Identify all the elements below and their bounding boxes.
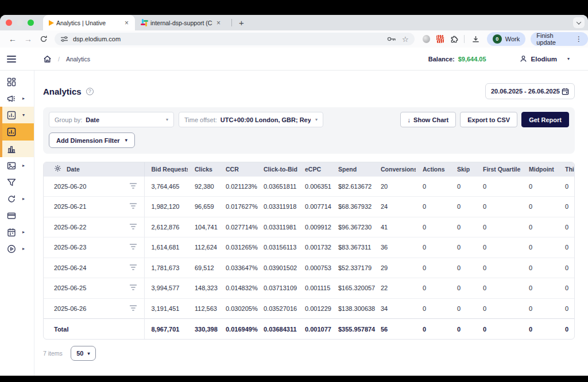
cell-conversions: 22 [374,278,416,299]
tab-analytics[interactable]: Analytics | Unative × [43,15,135,30]
chevron-down-icon: ▾ [125,138,127,143]
address-bar[interactable]: dsp.elodium.com ☆ [55,33,415,45]
app-header: / Analytics Balance: $9,644.05 Elodium ▾ [0,48,588,71]
export-csv-button[interactable]: Export to CSV [460,112,517,127]
home-icon[interactable] [43,55,52,63]
fullscreen-window-button[interactable] [28,20,34,26]
sidebar-item-video[interactable]: ▸ [0,240,34,257]
date-range-picker[interactable]: 20.06.2025 - 26.06.2025 [485,83,575,99]
column-header-ecpc[interactable]: eCPC [298,162,331,176]
sidebar-item-report[interactable] [2,123,34,141]
finish-update-button[interactable]: Finish update ⋮ [531,32,588,46]
new-tab-button[interactable]: + [237,18,246,28]
extension-icon[interactable] [423,35,430,43]
cell-skip: 0 [450,298,476,319]
date-cell: 2025-06-24 [44,258,144,278]
tab-slack[interactable]: internal-dsp-support (Chann × [135,15,227,30]
cell-actions: 0 [416,319,450,340]
balance-value: $9,644.05 [458,56,486,63]
cell-first-quartile: 0 [476,197,522,217]
window-controls[interactable] [6,20,34,26]
row-filter-icon[interactable] [129,305,137,313]
sidebar-item-bar-chart[interactable] [2,141,34,157]
extension-icon[interactable] [436,35,444,43]
downloads-icon[interactable] [471,35,480,44]
cell-spend: $68.367932 [331,197,374,217]
cell-skip: 0 [450,278,476,299]
close-window-button[interactable] [6,20,12,26]
date-cell: 2025-06-26 [44,298,144,319]
total-label-cell: Total [44,319,144,340]
page-size-select[interactable]: 50 ▾ [71,346,96,361]
column-header-date[interactable]: Date [44,162,144,176]
sidebar-item-funnel[interactable] [0,174,34,190]
sidebar-item-analytics[interactable]: ▾ [2,107,34,123]
cell-midpoint: 0 [522,278,558,299]
tab-overview-button[interactable] [573,17,585,28]
column-header-click-to-bid[interactable]: Click-to-Bid [257,162,298,176]
column-header-clicks[interactable]: Clicks [188,162,219,176]
bar-chart-icon [7,145,16,154]
cell-spend: $52.337179 [331,258,374,278]
help-icon[interactable]: ? [86,88,94,95]
row-filter-icon[interactable] [129,243,137,251]
column-header-midpoint[interactable]: Midpoint [522,162,558,176]
row-filter-icon[interactable] [129,182,137,190]
back-button[interactable]: ← [9,35,17,43]
column-header-third-quartile[interactable]: Third Quartile [558,162,575,176]
cell-conversions: 20 [374,176,416,197]
row-filter-icon[interactable] [129,223,137,231]
hamburger-menu-icon[interactable] [7,54,16,64]
reload-button[interactable] [40,35,48,43]
date-cell: 2025-06-23 [44,237,144,258]
url-text[interactable]: dsp.elodium.com [73,36,387,42]
chevron-right-icon: ▸ [22,196,25,201]
sidebar-item-creatives[interactable]: ▸ [0,157,34,174]
column-header-skip[interactable]: Skip [450,162,476,176]
column-header-conversions[interactable]: Conversions [374,162,416,176]
time-offset-dropdown[interactable]: Time offset: UTC+00:00 London, GBR; Reyk… [179,112,323,127]
column-header-spend[interactable]: Spend [331,162,374,176]
cell-third-quartile: 0 [558,217,575,237]
forward-button[interactable]: → [24,35,32,43]
bookmark-star-icon[interactable]: ☆ [402,35,409,44]
cell-ccr: 0.017627% [219,197,257,217]
sidebar-item-dashboard[interactable] [0,73,34,90]
gear-icon[interactable] [54,165,61,173]
sidebar-item-billing[interactable] [0,207,34,224]
sidebar-item-megaphone[interactable]: ▸ [0,90,34,107]
cell-spend: $96.367230 [331,217,374,237]
cell-click-to-bid: 0.03651811 [257,176,298,197]
group-by-value: Date [86,116,99,123]
get-report-button[interactable]: Get Report [521,112,569,127]
sidebar-item-calendar[interactable]: ▸ [0,224,34,240]
profile-button[interactable]: 0 Work [487,32,525,46]
column-header-actions[interactable]: Actions [416,162,450,176]
kebab-menu-icon[interactable]: ⋮ [575,35,582,43]
password-key-icon[interactable] [387,36,396,42]
sidebar-item-sync[interactable]: ▸ [0,190,34,207]
group-by-dropdown[interactable]: Group by: Date ▾ [49,112,174,127]
row-filter-icon[interactable] [129,264,137,272]
close-icon[interactable]: × [215,19,222,27]
site-settings-icon[interactable] [60,36,68,42]
column-header-ccr[interactable]: CCR [219,162,257,176]
show-chart-button[interactable]: ↓ Show Chart [400,112,457,127]
analytics-icon [7,111,16,120]
minimize-window-button[interactable] [17,20,23,26]
row-filter-icon[interactable] [129,284,137,292]
row-filter-icon[interactable] [129,202,137,211]
cell-first-quartile: 0 [476,176,522,197]
breadcrumb-current[interactable]: Analytics [66,56,90,63]
cell-midpoint: 0 [522,258,558,278]
table-row: 2025-06-253,994,577148,3230.014832%0.037… [44,278,575,299]
column-header-first-quartile[interactable]: First Quartile [476,162,522,176]
add-dimension-filter-button[interactable]: Add Dimension Filter ▾ [49,132,135,148]
account-menu[interactable]: Elodium ▾ [520,55,570,63]
close-icon[interactable]: × [123,19,130,27]
cell-ecpc: 0.009912 [298,217,331,237]
extensions-puzzle-icon[interactable] [450,35,459,44]
cell-bid-requests: 1,982,120 [144,197,188,217]
column-header-bid-requests[interactable]: Bid Requests [144,162,188,176]
cell-midpoint: 0 [522,217,558,237]
